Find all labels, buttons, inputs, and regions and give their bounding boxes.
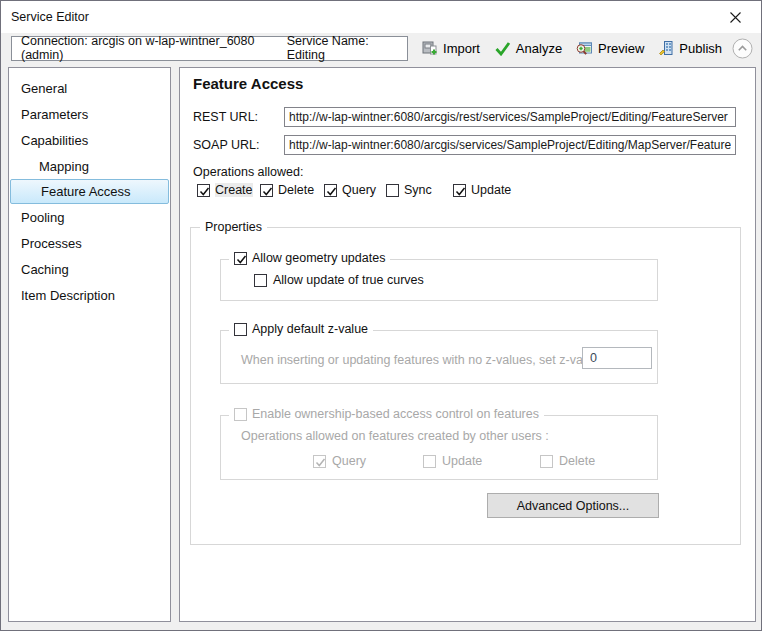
import-label: Import xyxy=(443,41,480,56)
operation-query[interactable]: Query xyxy=(324,183,386,197)
preview-button[interactable]: Preview xyxy=(576,40,644,56)
allow-geometry-updates-label: Allow geometry updates xyxy=(252,251,385,265)
zvalue-hint: When inserting or updating features with… xyxy=(241,353,617,367)
ownership-delete-row: Delete xyxy=(540,454,595,468)
sidebar-item-general[interactable]: General xyxy=(9,75,170,101)
window-title: Service Editor xyxy=(11,10,89,24)
import-icon xyxy=(422,40,438,56)
sidebar-item-processes[interactable]: Processes xyxy=(9,230,170,256)
preview-label: Preview xyxy=(598,41,644,56)
analyze-check-icon xyxy=(494,41,511,56)
sidebar-item-item-description[interactable]: Item Description xyxy=(9,282,170,308)
sidebar-item-label: Mapping xyxy=(39,159,89,174)
sidebar-item-label: General xyxy=(21,81,67,96)
publish-icon xyxy=(658,40,674,56)
sidebar-item-label: Item Description xyxy=(21,288,115,303)
page-title: Feature Access xyxy=(193,75,303,92)
query-checkbox[interactable] xyxy=(324,184,337,197)
ownership-query-checkbox xyxy=(313,455,326,468)
zvalue-legend: Apply default z-value xyxy=(229,322,373,336)
enable-ownership-label: Enable ownership-based access control on… xyxy=(252,407,539,421)
sidebar-item-feature-access[interactable]: Feature Access xyxy=(10,179,169,204)
zvalue-groupbox: Apply default z-value When inserting or … xyxy=(220,330,658,384)
connection-text: Connection: arcgis on w-lap-wintner_6080… xyxy=(21,34,272,62)
analyze-button[interactable]: Analyze xyxy=(494,41,562,56)
ownership-delete-checkbox xyxy=(540,455,553,468)
publish-label: Publish xyxy=(679,41,722,56)
update-checkbox[interactable] xyxy=(453,184,466,197)
zvalue-input[interactable] xyxy=(582,347,652,369)
sidebar-item-mapping[interactable]: Mapping xyxy=(9,153,170,179)
sidebar-item-label: Pooling xyxy=(21,210,64,225)
operation-label: Sync xyxy=(404,183,432,197)
rest-url-input[interactable] xyxy=(284,107,736,127)
ownership-update-label: Update xyxy=(442,454,482,468)
publish-button[interactable]: Publish xyxy=(658,40,722,56)
operation-update[interactable]: Update xyxy=(453,183,511,197)
operation-delete[interactable]: Delete xyxy=(260,183,324,197)
feature-access-panel: Feature Access REST URL: SOAP URL: Opera… xyxy=(179,67,756,622)
import-button[interactable]: Import xyxy=(422,40,480,56)
toolbar: Connection: arcgis on w-lap-wintner_6080… xyxy=(11,35,753,61)
ownership-query-label: Query xyxy=(332,454,366,468)
ownership-groupbox: Enable ownership-based access control on… xyxy=(220,415,658,480)
operation-create[interactable]: Create xyxy=(197,183,260,197)
sidebar-item-label: Processes xyxy=(21,236,82,251)
titlebar: Service Editor xyxy=(1,1,761,33)
delete-checkbox[interactable] xyxy=(260,184,273,197)
sidebar-item-pooling[interactable]: Pooling xyxy=(9,204,170,230)
operations-row: Create Delete Query Sync Update xyxy=(197,183,511,197)
operation-label: Create xyxy=(215,183,253,197)
sidebar: General Parameters Capabilities Mapping … xyxy=(8,67,171,622)
apply-default-zvalue-label: Apply default z-value xyxy=(252,322,368,336)
allow-true-curves-label: Allow update of true curves xyxy=(273,273,424,287)
sidebar-item-parameters[interactable]: Parameters xyxy=(9,101,170,127)
sidebar-item-label: Feature Access xyxy=(41,184,131,199)
service-name-text: Service Name: Editing xyxy=(287,34,398,62)
apply-default-zvalue-checkbox[interactable] xyxy=(234,323,247,336)
sidebar-item-label: Caching xyxy=(21,262,69,277)
sync-checkbox[interactable] xyxy=(386,184,399,197)
advanced-options-button[interactable]: Advanced Options... xyxy=(487,493,659,518)
soap-url-input[interactable] xyxy=(284,135,736,155)
operations-allowed-label: Operations allowed: xyxy=(193,165,303,179)
operation-label: Update xyxy=(471,183,511,197)
sidebar-item-caching[interactable]: Caching xyxy=(9,256,170,282)
connection-info-box: Connection: arcgis on w-lap-wintner_6080… xyxy=(11,36,408,61)
ownership-update-row: Update xyxy=(423,454,482,468)
geometry-updates-groupbox: Allow geometry updates Allow update of t… xyxy=(220,259,658,301)
true-curves-row[interactable]: Allow update of true curves xyxy=(254,273,424,287)
sidebar-item-capabilities[interactable]: Capabilities xyxy=(9,127,170,153)
service-editor-window: Service Editor Connection: arcgis on w-l… xyxy=(0,0,762,631)
ownership-hint: Operations allowed on features created b… xyxy=(241,429,549,443)
ownership-legend: Enable ownership-based access control on… xyxy=(229,407,544,421)
operation-label: Delete xyxy=(278,183,314,197)
allow-geometry-updates-checkbox[interactable] xyxy=(234,252,247,265)
properties-label: Properties xyxy=(200,220,267,234)
ownership-update-checkbox xyxy=(423,455,436,468)
sidebar-item-label: Capabilities xyxy=(21,133,88,148)
operation-label: Query xyxy=(342,183,376,197)
enable-ownership-checkbox xyxy=(234,408,247,421)
operation-sync[interactable]: Sync xyxy=(386,183,453,197)
ownership-query-row: Query xyxy=(313,454,366,468)
analyze-label: Analyze xyxy=(516,41,562,56)
geometry-updates-legend: Allow geometry updates xyxy=(229,251,390,265)
close-icon[interactable] xyxy=(723,6,747,28)
create-checkbox[interactable] xyxy=(197,184,210,197)
sidebar-item-label: Parameters xyxy=(21,107,88,122)
soap-url-label: SOAP URL: xyxy=(193,135,259,155)
ownership-delete-label: Delete xyxy=(559,454,595,468)
chevron-up-circle-icon[interactable] xyxy=(732,38,753,59)
allow-true-curves-checkbox[interactable] xyxy=(254,274,267,287)
rest-url-label: REST URL: xyxy=(193,107,258,127)
preview-magnifier-icon xyxy=(576,40,593,56)
